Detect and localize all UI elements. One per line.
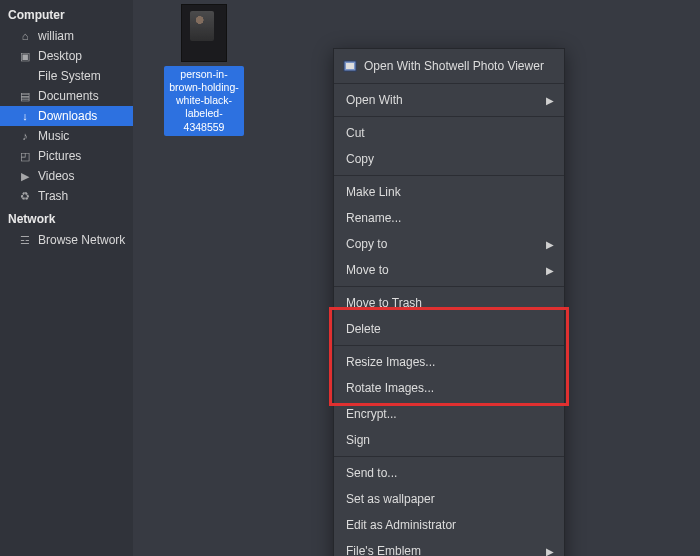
menu-separator — [334, 286, 564, 287]
chevron-right-icon: ▶ — [546, 95, 554, 106]
menu-rotate-images[interactable]: Rotate Images... — [334, 375, 564, 401]
chevron-right-icon: ▶ — [546, 546, 554, 557]
menu-separator — [334, 175, 564, 176]
menu-label: Open With — [346, 93, 403, 107]
sidebar-item-label: Videos — [38, 169, 74, 183]
sidebar-item-pictures[interactable]: ◰ Pictures — [0, 146, 133, 166]
menu-move-to[interactable]: Move to ▶ — [334, 257, 564, 283]
videos-icon: ▶ — [18, 169, 32, 183]
sidebar-header-computer: Computer — [0, 6, 133, 26]
main-pane: person-in-brown-holding-white-black-labe… — [133, 0, 700, 556]
menu-rename[interactable]: Rename... — [334, 205, 564, 231]
thumbnail-image — [181, 4, 227, 62]
pictures-icon: ◰ — [18, 149, 32, 163]
menu-label: Send to... — [346, 466, 397, 480]
menu-label: Delete — [346, 322, 381, 336]
menu-label: Encrypt... — [346, 407, 397, 421]
sidebar-item-label: william — [38, 29, 74, 43]
menu-separator — [334, 456, 564, 457]
sidebar-item-label: Trash — [38, 189, 68, 203]
menu-copy[interactable]: Copy — [334, 146, 564, 172]
menu-label: Copy — [346, 152, 374, 166]
sidebar-item-label: Music — [38, 129, 69, 143]
menu-separator — [334, 116, 564, 117]
chevron-right-icon: ▶ — [546, 239, 554, 250]
menu-files-emblem[interactable]: File's Emblem ▶ — [334, 538, 564, 556]
shotwell-icon — [342, 58, 358, 74]
menu-sign[interactable]: Sign — [334, 427, 564, 453]
sidebar-item-label: File System — [38, 69, 101, 83]
file-thumbnail[interactable]: person-in-brown-holding-white-black-labe… — [168, 4, 240, 136]
music-icon: ♪ — [18, 129, 32, 143]
sidebar-item-filesystem[interactable]: File System — [0, 66, 133, 86]
sidebar-item-videos[interactable]: ▶ Videos — [0, 166, 133, 186]
documents-icon: ▤ — [18, 89, 32, 103]
context-menu: Open With Shotwell Photo Viewer Open Wit… — [333, 48, 565, 556]
sidebar-item-label: Desktop — [38, 49, 82, 63]
network-icon: ☲ — [18, 233, 32, 247]
menu-label: Move to — [346, 263, 389, 277]
sidebar-item-desktop[interactable]: ▣ Desktop — [0, 46, 133, 66]
sidebar-item-label: Pictures — [38, 149, 81, 163]
menu-resize-images[interactable]: Resize Images... — [334, 349, 564, 375]
sidebar-item-trash[interactable]: ♻ Trash — [0, 186, 133, 206]
chevron-right-icon: ▶ — [546, 265, 554, 276]
menu-cut[interactable]: Cut — [334, 120, 564, 146]
menu-separator — [334, 83, 564, 84]
sidebar-item-downloads[interactable]: ↓ Downloads — [0, 106, 133, 126]
sidebar: Computer ⌂ william ▣ Desktop File System… — [0, 0, 133, 556]
menu-label: Open With Shotwell Photo Viewer — [364, 59, 544, 73]
sidebar-item-music[interactable]: ♪ Music — [0, 126, 133, 146]
menu-copy-to[interactable]: Copy to ▶ — [334, 231, 564, 257]
trash-icon: ♻ — [18, 189, 32, 203]
menu-set-as-wallpaper[interactable]: Set as wallpaper — [334, 486, 564, 512]
sidebar-item-label: Browse Network — [38, 233, 125, 247]
menu-delete[interactable]: Delete — [334, 316, 564, 342]
menu-label: File's Emblem — [346, 544, 421, 556]
sidebar-item-label: Downloads — [38, 109, 97, 123]
menu-label: Move to Trash — [346, 296, 422, 310]
menu-label: Copy to — [346, 237, 387, 251]
menu-separator — [334, 345, 564, 346]
menu-label: Sign — [346, 433, 370, 447]
menu-label: Cut — [346, 126, 365, 140]
menu-label: Make Link — [346, 185, 401, 199]
menu-open-with-shotwell[interactable]: Open With Shotwell Photo Viewer — [334, 52, 564, 80]
menu-send-to[interactable]: Send to... — [334, 460, 564, 486]
sidebar-item-documents[interactable]: ▤ Documents — [0, 86, 133, 106]
menu-label: Rename... — [346, 211, 401, 225]
downloads-icon: ↓ — [18, 109, 32, 123]
sidebar-item-label: Documents — [38, 89, 99, 103]
menu-label: Resize Images... — [346, 355, 435, 369]
drive-icon — [18, 69, 32, 83]
menu-make-link[interactable]: Make Link — [334, 179, 564, 205]
menu-move-to-trash[interactable]: Move to Trash — [334, 290, 564, 316]
menu-edit-as-admin[interactable]: Edit as Administrator — [334, 512, 564, 538]
home-icon: ⌂ — [18, 29, 32, 43]
menu-label: Set as wallpaper — [346, 492, 435, 506]
sidebar-item-home[interactable]: ⌂ william — [0, 26, 133, 46]
menu-label: Rotate Images... — [346, 381, 434, 395]
sidebar-item-browse-network[interactable]: ☲ Browse Network — [0, 230, 133, 250]
menu-encrypt[interactable]: Encrypt... — [334, 401, 564, 427]
menu-open-with[interactable]: Open With ▶ — [334, 87, 564, 113]
svg-rect-1 — [346, 63, 354, 69]
sidebar-header-network: Network — [0, 210, 133, 230]
desktop-icon: ▣ — [18, 49, 32, 63]
thumbnail-label: person-in-brown-holding-white-black-labe… — [164, 66, 244, 136]
menu-label: Edit as Administrator — [346, 518, 456, 532]
